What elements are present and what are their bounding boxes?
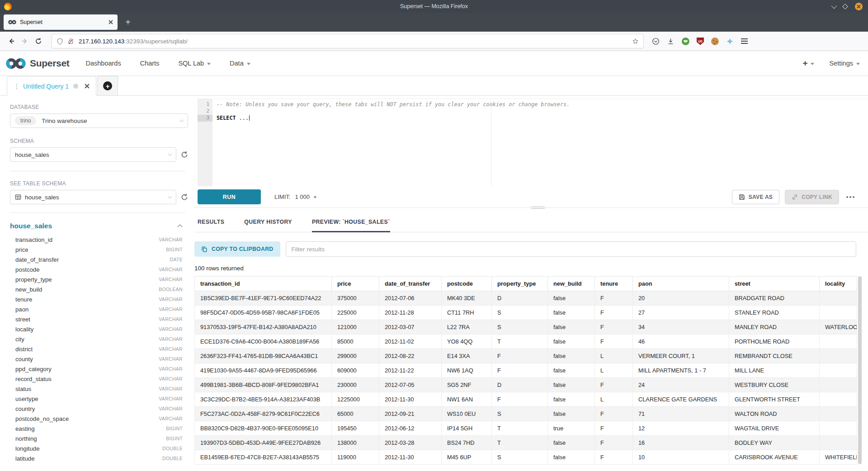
menu-hamburger-icon[interactable] (741, 38, 748, 44)
schema-column-status[interactable]: statusVARCHAR (10, 384, 188, 394)
table-row[interactable]: 499B1981-3B6B-4BCD-808F-9FED9802BFA12300… (195, 378, 857, 392)
table-schema-select[interactable]: house_sales (10, 190, 176, 204)
nav-settings[interactable]: Settings (830, 60, 860, 67)
refresh-schema-button[interactable] (181, 151, 188, 158)
schema-column-price[interactable]: priceBIGINT (10, 245, 188, 254)
nav-item-sql-lab[interactable]: SQL Lab (178, 60, 211, 67)
column-header-tenure[interactable]: tenure (595, 277, 633, 291)
copy-link-button[interactable]: COPY LINK (785, 190, 839, 204)
column-name: district (15, 346, 33, 353)
table-cell: BB8320C9-D82B-4B37-90E0-9FEE05095E10 (195, 421, 332, 436)
schema-select[interactable]: house_sales (10, 147, 176, 162)
pane-resize-handle[interactable] (531, 206, 545, 210)
query-tab-close-button[interactable] (85, 84, 90, 89)
nav-add-button[interactable]: + (802, 58, 814, 68)
schema-column-ppd_category[interactable]: ppd_categoryVARCHAR (10, 364, 188, 374)
schema-column-paon[interactable]: paonVARCHAR (10, 304, 188, 314)
schema-column-city[interactable]: cityVARCHAR (10, 334, 188, 344)
limit-dropdown[interactable]: LIMIT: 1 000 (274, 193, 317, 200)
browser-tab[interactable]: Superset (4, 14, 118, 30)
table-row[interactable]: 2636F323-FF41-4765-81DB-98CAA6A43BC12990… (195, 349, 857, 363)
schema-column-property_type[interactable]: property_typeVARCHAR (10, 274, 188, 284)
table-row[interactable]: F5C273AC-0D2A-458F-8279-9C61F0C22EC66500… (195, 407, 857, 421)
nav-item-charts[interactable]: Charts (140, 60, 160, 67)
save-as-button[interactable]: SAVE AS (732, 190, 779, 204)
superset-favicon-icon (8, 20, 16, 24)
schema-column-easting[interactable]: eastingBIGINT (10, 424, 188, 433)
window-close-button[interactable] (855, 3, 863, 10)
copy-to-clipboard-button[interactable]: COPY TO CLIPBOARD (194, 241, 280, 257)
table-row[interactable]: 1B5C39ED-BE7F-41EF-9E71-9C60EED74A223750… (195, 291, 857, 306)
schema-column-latitude[interactable]: latitudeDOUBLE (10, 453, 188, 463)
bookmark-star-icon[interactable] (632, 38, 639, 45)
schema-column-date_of_transfer[interactable]: date_of_transferDATE (10, 254, 188, 264)
sql-editor[interactable]: 123 -- Note: Unless you save your query,… (198, 99, 868, 186)
schema-column-postcode[interactable]: postcodeVARCHAR (10, 264, 188, 274)
extension-ublock-icon[interactable]: UD (697, 38, 704, 45)
table-row[interactable]: 193907D3-5DBD-453D-A49E-9FEE27DAB9261380… (195, 436, 857, 450)
more-options-button[interactable] (844, 193, 856, 201)
results-tab-1[interactable]: QUERY HISTORY (244, 219, 292, 232)
column-header-property_type[interactable]: property_type (492, 277, 548, 291)
editor-code[interactable]: -- Note: Unless you save your query, the… (212, 99, 868, 186)
superset-brand[interactable]: Superset (5, 58, 69, 69)
column-header-price[interactable]: price (332, 277, 379, 291)
schema-column-tenure[interactable]: tenureVARCHAR (10, 294, 188, 304)
column-header-transaction_id[interactable]: transaction_id (195, 277, 332, 291)
table-row[interactable]: BB8320C9-D82B-4B37-90E0-9FEE05095E101954… (195, 421, 857, 436)
query-tab-active[interactable]: ⋮ Untitled Query 1 (7, 76, 96, 96)
new-tab-button[interactable]: + (120, 14, 136, 30)
schema-column-country[interactable]: countryVARCHAR (10, 404, 188, 414)
table-row[interactable]: 3C3C29DC-B7B2-4BE5-914A-A38123AF403B1225… (195, 392, 857, 407)
schema-column-street[interactable]: streetVARCHAR (10, 314, 188, 324)
extension-privacy-icon[interactable] (682, 38, 689, 45)
window-minimize-button[interactable] (831, 3, 837, 9)
column-header-locality[interactable]: locality (820, 277, 857, 291)
window-maximize-button[interactable] (842, 4, 848, 9)
column-header-date_of_transfer[interactable]: date_of_transfer (379, 277, 442, 291)
add-query-tab-button[interactable]: + (97, 76, 118, 95)
database-select[interactable]: trino Trino warehouse (10, 113, 188, 128)
refresh-table-button[interactable] (181, 193, 188, 201)
table-row[interactable]: 419E1030-9A55-4467-8DA9-9FED95D659666090… (195, 363, 857, 378)
schema-column-usertype[interactable]: usertypeVARCHAR (10, 394, 188, 404)
download-icon[interactable] (667, 38, 675, 45)
back-button[interactable] (5, 34, 18, 48)
forward-button[interactable] (18, 34, 32, 48)
schema-column-list: transaction_idVARCHARpriceBIGINTdate_of_… (10, 235, 188, 463)
schema-column-postcode_no_space[interactable]: postcode_no_spaceVARCHAR (10, 414, 188, 424)
schema-column-new_build[interactable]: new_buildBOOLEAN (10, 284, 188, 294)
column-header-new_build[interactable]: new_build (548, 277, 595, 291)
table-scrollbar[interactable] (858, 276, 862, 464)
column-header-paon[interactable]: paon (633, 277, 729, 291)
results-tab-2[interactable]: PREVIEW: `HOUSE_SALES` (312, 219, 390, 232)
code-line: -- Note: Unless you save your query, the… (217, 101, 868, 108)
pocket-icon[interactable] (652, 38, 660, 45)
schema-column-county[interactable]: countyVARCHAR (10, 354, 188, 364)
nav-item-dashboards[interactable]: Dashboards (85, 60, 121, 67)
tab-close-button[interactable] (108, 20, 113, 24)
schema-column-record_status[interactable]: record_statusVARCHAR (10, 374, 188, 384)
filter-results-input[interactable] (286, 241, 856, 257)
column-header-postcode[interactable]: postcode (442, 277, 492, 291)
table-cell: F (595, 291, 633, 306)
schema-column-transaction_id[interactable]: transaction_idVARCHAR (10, 235, 188, 245)
schema-column-locality[interactable]: localityVARCHAR (10, 324, 188, 334)
results-tab-0[interactable]: RESULTS (198, 219, 224, 232)
table-schema-header[interactable]: house_sales (10, 222, 188, 230)
run-button[interactable]: RUN (198, 189, 261, 204)
nav-item-data[interactable]: Data (230, 60, 250, 67)
table-row[interactable]: 91370533-19F5-47FE-B142-A380A8ADA2101210… (195, 320, 857, 334)
url-bar[interactable]: 217.160.120.143:32393/superset/sqllab/ (52, 34, 644, 48)
extension-cookie-icon[interactable] (711, 38, 719, 45)
schema-column-longitude[interactable]: longitudeDOUBLE (10, 443, 188, 453)
table-row[interactable]: 98F5DC47-0D05-4D59-95B7-98CA6F1FDE052250… (195, 306, 857, 320)
schema-column-northing[interactable]: northingBIGINT (10, 433, 188, 443)
table-row[interactable]: EB1459EB-67ED-47C8-B2E7-A38143AB55751190… (195, 450, 857, 465)
table-row[interactable]: ECE1D376-C9A6-4C00-B004-A380B189FA568500… (195, 334, 857, 349)
column-header-street[interactable]: street (729, 277, 820, 291)
drag-handle-icon[interactable]: ⋮ (14, 83, 19, 89)
schema-column-district[interactable]: districtVARCHAR (10, 344, 188, 354)
reload-button[interactable] (32, 34, 45, 48)
extension-sparkle-icon[interactable] (726, 38, 734, 45)
